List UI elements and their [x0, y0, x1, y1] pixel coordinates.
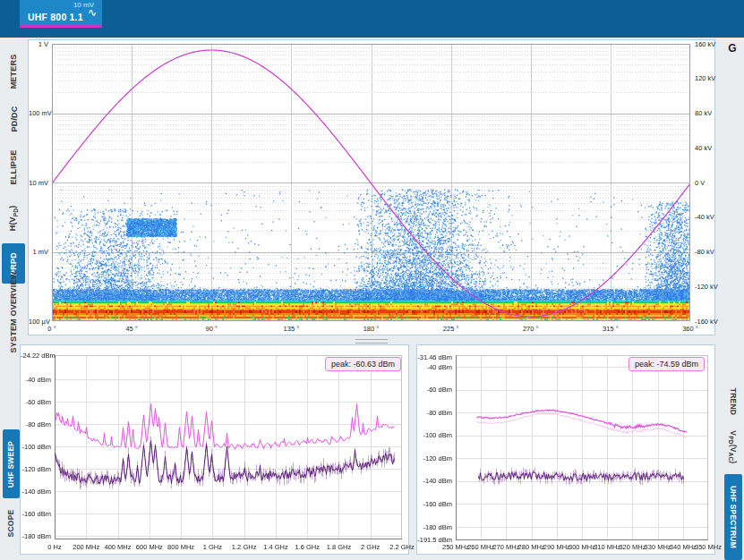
sidebar-tab-system-overview[interactable]: SYSTEM OVERVIEW — [2, 286, 25, 338]
prpd-y-right-tick: 80 kV — [695, 109, 712, 117]
prpd-y-right-tick: 40 kV — [695, 144, 712, 152]
uhf-spectrum-plot-canvas[interactable] — [456, 355, 708, 540]
horizontal-splitter[interactable] — [28, 337, 715, 344]
grid-toggle-button[interactable]: G — [724, 42, 740, 55]
spectrum-x-tick: 320 MHz — [619, 543, 646, 551]
application-window: 10 mV UHF 800 1.1 ∿ METERS PD/DC ELLIPSE… — [0, 0, 744, 560]
spectrum-y-tick: -80 dBm — [417, 409, 452, 417]
sidebar-tab-h-vpd[interactable]: H(VPD) — [2, 197, 25, 239]
tab-label: TREND — [729, 388, 738, 415]
prpd-y-right-tick: -80 kV — [695, 248, 714, 256]
prpd-y-right-tick: -120 kV — [695, 283, 718, 291]
sweep-x-tick: 600 MHz — [136, 543, 163, 551]
prpd-y-right-tick: 0 V — [695, 179, 705, 187]
sweep-y-tick: -80 dBm — [21, 420, 51, 428]
sidebar-tab-trend[interactable]: TREND — [724, 383, 742, 420]
sweep-y-tick: -60 dBm — [21, 398, 51, 406]
tab-label: PD/DC — [9, 106, 18, 132]
sweep-y-tick: -180 dBm — [21, 532, 51, 540]
prpd-y-left-tick: 1 V — [29, 40, 48, 48]
sweep-x-tick: 2.2 GHz — [389, 543, 415, 551]
spectrum-x-tick: 290 MHz — [543, 543, 570, 551]
sweep-y-tick: -100 dBm — [21, 443, 51, 451]
sweep-y-tick: -40 dBm — [21, 376, 51, 384]
spectrum-x-tick: 340 MHz — [670, 543, 697, 551]
prpd-y-left-tick: 100 µV — [29, 318, 48, 326]
prpd-panel: 1 V100 mV10 mV1 mV100 µV160 kV120 kV80 k… — [28, 39, 715, 335]
sidebar-tab-uhf-sweep[interactable]: UHF SWEEP — [3, 429, 20, 498]
tab-label: UHF SPECTRUM — [729, 486, 738, 548]
prpd-y-right-tick: -160 kV — [695, 318, 718, 326]
spectrum-y-tick: -100 dBm — [417, 431, 452, 439]
tab-label: UHF SWEEP — [7, 440, 16, 487]
spectrum-y-top-label: -31.46 dBm — [417, 353, 452, 361]
sweep-y-top-label: -24.22 dBm — [21, 352, 51, 360]
prpd-y-right-tick: 160 kV — [695, 40, 715, 48]
sidebar-tab-meters[interactable]: METERS — [2, 52, 25, 91]
uhf-spectrum-panel: peak: -74.59 dBm -31.46 dBm-40 dBm-60 dB… — [416, 344, 715, 555]
sidebar-tab-uhf-spectrum[interactable]: UHF SPECTRUM — [724, 474, 742, 560]
spectrum-peak-readout: peak: -74.59 dBm — [629, 357, 705, 371]
tab-label: SYSTEM OVERVIEW — [9, 272, 18, 353]
device-channel-tab[interactable]: 10 mV UHF 800 1.1 ∿ — [20, 0, 102, 28]
sweep-x-tick: 400 MHz — [105, 543, 132, 551]
sweep-x-tick: 1.2 GHz — [232, 543, 257, 551]
sweep-x-tick: 0 Hz — [47, 543, 61, 551]
prpd-plot-canvas[interactable] — [52, 44, 690, 321]
tab-label: METERS — [9, 55, 18, 89]
tab-label: H(VPD) — [8, 205, 19, 231]
prpd-y-right-tick: 120 kV — [695, 74, 715, 82]
spectrum-x-tick: 250 MHz — [442, 543, 469, 551]
sweep-y-tick: -120 dBm — [21, 465, 51, 473]
tab-label: SCOPE — [7, 510, 16, 538]
sidebar-tab-scope[interactable]: SCOPE — [3, 503, 20, 544]
spectrum-x-tick: 270 MHz — [492, 543, 519, 551]
spectrum-y-tick: -60 dBm — [417, 386, 452, 394]
sweep-y-tick: -160 dBm — [21, 510, 51, 518]
sidebar-tab-pd-dc[interactable]: PD/DC — [2, 100, 25, 138]
sweep-x-tick: 2 GHz — [361, 543, 380, 551]
prpd-x-tick: 225 ° — [443, 325, 459, 333]
uhf-sweep-plot-canvas[interactable] — [55, 355, 402, 539]
prpd-x-tick: 135 ° — [284, 325, 300, 333]
device-name-label: UHF 800 1.1 — [28, 12, 83, 22]
spectrum-x-tick: 310 MHz — [594, 543, 620, 551]
prpd-x-tick: 45 ° — [125, 325, 137, 333]
tab-label: VPD(VAC) — [728, 430, 739, 463]
spectrum-x-tick: 350 MHz — [695, 543, 722, 551]
prpd-x-tick: 315 ° — [603, 325, 619, 333]
prpd-y-left-tick: 10 mV — [29, 179, 48, 187]
spectrum-x-tick: 260 MHz — [467, 543, 494, 551]
sidebar-tab-ellipse[interactable]: ELLIPSE — [2, 148, 25, 187]
sine-wave-icon: ∿ — [88, 7, 97, 18]
spectrum-y-tick: -120 dBm — [417, 454, 452, 462]
spectrum-y-tick: -40 dBm — [417, 363, 452, 371]
spectrum-x-tick: 300 MHz — [569, 543, 595, 551]
spectrum-y-tick: -180 dBm — [417, 523, 452, 531]
prpd-x-tick: 180 ° — [363, 325, 380, 333]
prpd-y-left-tick: 1 mV — [29, 248, 48, 256]
sweep-x-tick: 1.8 GHz — [327, 543, 352, 551]
spectrum-x-tick: 330 MHz — [645, 543, 671, 551]
spectrum-y-tick: -160 dBm — [417, 500, 452, 508]
sweep-x-tick: 200 MHz — [73, 543, 99, 551]
sidebar-tab-vpd-vac[interactable]: VPD(VAC) — [724, 424, 742, 471]
sweep-x-tick: 1 GHz — [203, 543, 222, 551]
sweep-x-tick: 800 MHz — [167, 543, 194, 551]
prpd-x-tick: 270 ° — [523, 325, 539, 333]
spectrum-y-tick: -140 dBm — [417, 477, 452, 485]
sweep-y-tick: -140 dBm — [21, 488, 51, 496]
sweep-x-tick: 1.4 GHz — [263, 543, 288, 551]
prpd-y-left-tick: 100 mV — [29, 109, 48, 117]
prpd-x-tick: 360 ° — [682, 325, 698, 333]
spectrum-x-tick: 280 MHz — [518, 543, 545, 551]
prpd-x-tick: 0 ° — [47, 325, 56, 333]
top-bar: 10 mV UHF 800 1.1 ∿ — [0, 0, 744, 38]
uhf-sweep-panel: peak: -60.63 dBm -24.22 dBm-40 dBm-60 dB… — [20, 344, 409, 555]
splitter-grip-icon — [355, 339, 388, 344]
sweep-peak-readout: peak: -60.63 dBm — [325, 357, 401, 371]
prpd-y-right-tick: -40 kV — [695, 213, 714, 221]
sweep-x-tick: 1.6 GHz — [295, 543, 320, 551]
prpd-x-tick: 90 ° — [206, 325, 218, 333]
tab-label: ELLIPSE — [9, 150, 18, 185]
